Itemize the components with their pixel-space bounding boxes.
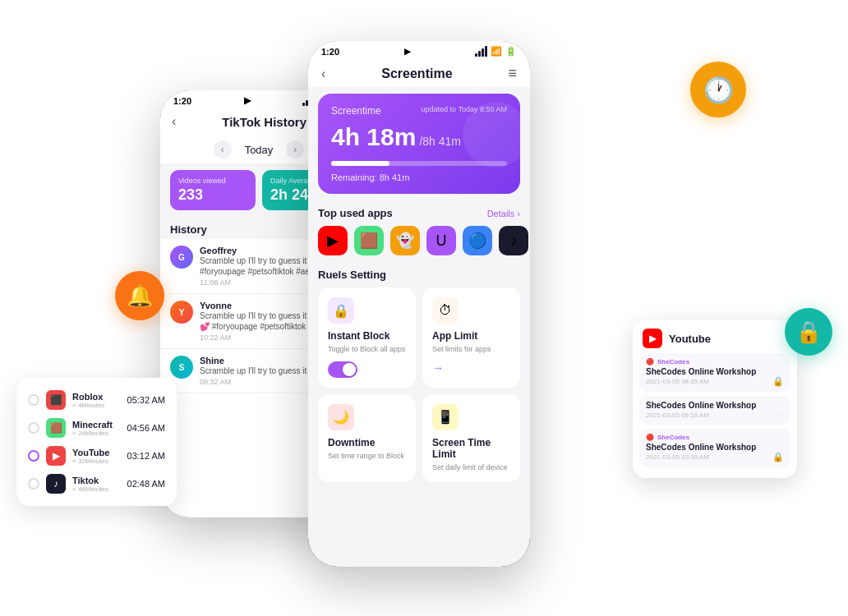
app-limit-name: App Limit bbox=[432, 330, 510, 342]
app-info-minecraft: Minecraft < 24Minutes bbox=[72, 420, 121, 437]
list-item: ♪ Tiktok < 46Minutes 02:48 AM bbox=[28, 470, 165, 498]
notif-source: SheCodes bbox=[657, 434, 689, 441]
radio-roblox[interactable] bbox=[28, 394, 39, 406]
downtime-name: Downtime bbox=[328, 437, 406, 448]
history-text: Scramble up I'll try to guess it 💕 #fory… bbox=[200, 310, 308, 332]
back-button-left[interactable]: ‹ bbox=[172, 114, 176, 129]
time-center: 1:20 bbox=[321, 47, 339, 57]
radio-minecraft[interactable] bbox=[28, 422, 39, 434]
list-item: SheCodes Online Workshop 2021-03-05 09:1… bbox=[639, 396, 790, 425]
radio-tiktok[interactable] bbox=[28, 478, 39, 490]
screen-time-limit-card: 📱 Screen Time Limit Set daily limit of d… bbox=[422, 394, 520, 483]
screen-time-limit-desc: Set daily limit of device bbox=[432, 463, 510, 473]
notif-time: 2021-03-05 10:39 AM bbox=[646, 453, 709, 461]
roblox-icon: ⬛ bbox=[46, 390, 66, 410]
lock-icon: 🔒 bbox=[772, 452, 784, 462]
sc-card-label: Screentime bbox=[331, 105, 381, 117]
screen-time-limit-name: Screen Time Limit bbox=[432, 437, 510, 460]
lock-icon: 🔒 bbox=[772, 376, 784, 387]
sc-wave-decoration bbox=[463, 102, 520, 168]
instant-block-toggle[interactable] bbox=[328, 361, 357, 378]
prev-date-button[interactable]: ‹ bbox=[214, 140, 232, 159]
history-time: 10:22 AM bbox=[200, 333, 308, 342]
rules-grid: 🔒 Instant Block Toggle to Block all apps… bbox=[308, 284, 530, 489]
app-icon-u[interactable]: U bbox=[426, 226, 456, 255]
sc-time-big: 4h 18m bbox=[331, 123, 416, 151]
lock-icon: 🔒 bbox=[795, 319, 822, 345]
current-date: Today bbox=[245, 144, 274, 156]
instant-block-icon: 🔒 bbox=[328, 297, 354, 324]
yt-notification-list: 🔴 SheCodes SheCodes Online Workshop 2021… bbox=[633, 353, 797, 478]
app-limit-icon: ⏱ bbox=[432, 297, 459, 324]
app-icon-youtube[interactable]: ▶ bbox=[318, 226, 348, 255]
notif-title: SheCodes Online Workshop bbox=[646, 367, 784, 376]
details-link[interactable]: Details › bbox=[487, 209, 520, 218]
app-info-tiktok: Tiktok < 46Minutes bbox=[72, 476, 121, 493]
sc-remaining: Remaining: 8h 41m bbox=[331, 172, 507, 182]
app-icon-tiktok[interactable]: ♪ bbox=[499, 226, 528, 255]
avatar: Y bbox=[170, 301, 193, 324]
top-apps-header: Top used apps Details › bbox=[308, 200, 530, 223]
time-left: 1:20 bbox=[173, 96, 191, 106]
top-apps-title: Top used apps bbox=[318, 207, 393, 219]
avatar: S bbox=[170, 356, 193, 379]
menu-button[interactable]: ≡ bbox=[508, 65, 517, 82]
app-icon-blue[interactable]: 🔵 bbox=[463, 226, 492, 255]
downtime-card: 🌙 Downtime Set time range to Block bbox=[318, 394, 416, 483]
downtime-desc: Set time range to Block bbox=[328, 452, 406, 462]
notif-title: SheCodes Online Workshop bbox=[646, 401, 784, 410]
location-icon-center: ▶ bbox=[404, 47, 411, 56]
center-phone: 1:20 ▶ 📶 🔋 ‹ Screentime ≡ Screentim bbox=[308, 41, 530, 567]
list-item: 🟫 Minecraft < 24Minutes 04:56 AM bbox=[28, 414, 165, 442]
tiktok-icon: ♪ bbox=[46, 474, 66, 494]
instant-block-card: 🔒 Instant Block Toggle to Block all apps bbox=[318, 287, 416, 388]
clock-float-icon: 🕐 bbox=[690, 62, 746, 117]
youtube-icon: ▶ bbox=[46, 446, 66, 466]
progress-fill bbox=[331, 161, 389, 166]
notif-top: 🔴 SheCodes bbox=[646, 358, 784, 365]
app-limit-card: ⏱ App Limit Set limits for apps → bbox=[422, 287, 520, 388]
videos-value: 233 bbox=[178, 186, 247, 204]
screentime-card: Screentime updated to Today 8:50 AM 4h 1… bbox=[318, 94, 520, 194]
radio-youtube[interactable] bbox=[28, 450, 39, 462]
screentime-header: ‹ Screentime ≡ bbox=[308, 58, 530, 87]
app-info-youtube: YouTube < 32Minutes bbox=[72, 448, 121, 465]
bell-float-icon: 🔔 bbox=[115, 271, 164, 320]
history-name: Yvonne bbox=[200, 301, 308, 310]
clock-icon: 🕐 bbox=[703, 76, 734, 104]
notif-top: 🔴 SheCodes bbox=[646, 434, 784, 441]
notif-time: 2021-03-05 08:35 AM bbox=[646, 378, 709, 385]
instant-block-desc: Toggle to Block all apps bbox=[328, 345, 406, 355]
app-info-roblox: Roblox < 4Minutes bbox=[72, 392, 121, 409]
history-content: Yvonne Scramble up I'll try to guess it … bbox=[200, 301, 308, 342]
rules-header: Ruels Setting bbox=[308, 262, 530, 284]
yt-card-header: ▶ Youtube bbox=[633, 320, 797, 353]
list-item: ▶ YouTube < 32Minutes 03:12 AM bbox=[28, 442, 165, 470]
mini-list-widget: ⬛ Roblox < 4Minutes 05:32 AM 🟫 Minecraft… bbox=[16, 378, 177, 506]
app-icon-ghost[interactable]: 👻 bbox=[390, 226, 420, 255]
apps-row: ▶ 🟫 👻 U 🔵 ♪ 🎮 bbox=[308, 223, 530, 262]
yt-title: Youtube bbox=[669, 333, 711, 345]
rules-title: Ruels Setting bbox=[318, 269, 386, 281]
avatar: G bbox=[170, 246, 193, 269]
list-item: ⬛ Roblox < 4Minutes 05:32 AM bbox=[28, 386, 165, 414]
sc-time-sub: /8h 41m bbox=[419, 135, 461, 148]
screentime-title: Screentime bbox=[325, 67, 508, 81]
videos-label: Videos viewed bbox=[178, 177, 247, 185]
circle-icon: ○ bbox=[778, 410, 784, 420]
youtube-logo: ▶ bbox=[643, 329, 662, 348]
lock-float-icon: 🔒 bbox=[785, 308, 832, 356]
notif-title: SheCodes Online Workshop bbox=[646, 443, 784, 452]
youtube-card: ▶ Youtube 🔴 SheCodes SheCodes Online Wor… bbox=[633, 320, 797, 478]
screen-time-limit-icon: 📱 bbox=[432, 404, 459, 430]
notif-time: 2021-03-05 09:18 AM bbox=[646, 411, 709, 419]
status-bar-center: 1:20 ▶ 📶 🔋 bbox=[308, 41, 530, 58]
list-item: 🔴 SheCodes SheCodes Online Workshop 2021… bbox=[639, 429, 790, 467]
minecraft-icon: 🟫 bbox=[46, 418, 66, 438]
next-date-button[interactable]: › bbox=[286, 140, 304, 159]
app-limit-arrow[interactable]: → bbox=[432, 361, 510, 375]
notif-source: SheCodes bbox=[657, 358, 689, 365]
app-icon-minecraft[interactable]: 🟫 bbox=[354, 226, 384, 255]
videos-stat-card: Videos viewed 233 bbox=[170, 170, 256, 210]
list-item: 🔴 SheCodes SheCodes Online Workshop 2021… bbox=[639, 353, 790, 392]
